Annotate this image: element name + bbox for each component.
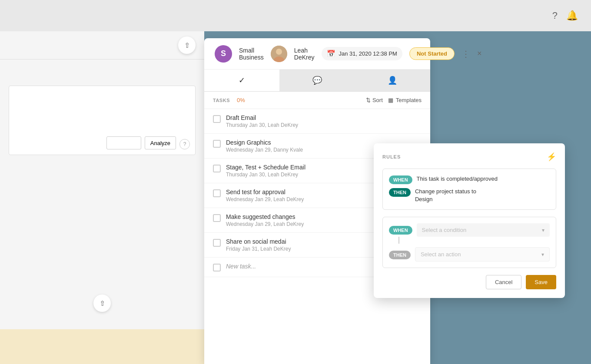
workspace-initial: S [221,49,226,58]
sort-label: Sort [372,97,383,103]
task-checkbox[interactable] [213,264,221,271]
avatar-image [271,46,287,62]
then-badge: THEN [389,188,411,197]
action-select[interactable]: Select an action ▾ [415,247,550,261]
question-icon[interactable]: ? [179,139,190,149]
rules-panel: RULES ⚡ WHEN This task is completed/appr… [374,143,565,298]
workspace-name: Small Business [239,47,264,61]
task-name: Draft Email [226,114,422,121]
user-name: Leah DeKrey [294,47,315,61]
calendar-icon: 📅 [327,50,335,58]
sort-icon: ⇅ [366,97,371,103]
date-text: Jan 31, 2020 12:38 PM [339,50,397,57]
sort-button[interactable]: ⇅ Sort [366,97,383,103]
form-actions: Cancel Save [382,275,556,289]
then-row: THEN Change project status to Design [389,188,550,203]
task-checkbox[interactable] [213,239,221,247]
user-avatar [271,46,287,62]
top-bar: ? 🔔 [0,0,591,31]
tab-members[interactable]: 👤 [355,69,430,91]
rules-header: RULES ⚡ [382,152,556,162]
status-badge[interactable]: Not Started [409,47,455,60]
yellow-strip [0,329,204,364]
rules-title: RULES [382,154,401,159]
help-icon[interactable]: ? [552,10,558,21]
existing-rule: WHEN This task is completed/approved THE… [382,169,556,210]
condition-select[interactable]: Select a condition ▾ [417,223,550,237]
collapse-button[interactable]: ⇧ [178,36,196,54]
panel-header: S Small Business Leah DeKrey 📅 Jan 31, 2… [204,38,430,69]
then-value-text: Design [415,195,476,203]
task-checkbox[interactable] [213,214,221,222]
when-badge-new: WHEN [389,226,412,235]
tab-tasks[interactable]: ✓ [204,69,279,91]
when-select-row: WHEN Select a condition ▾ [389,223,550,237]
svg-point-1 [276,49,282,55]
close-button[interactable]: × [477,49,482,58]
action-placeholder: Select an action [421,251,461,258]
task-info: Draft Email Thursday Jan 30, Leah DeKrey [226,114,422,128]
tasks-label: TASKS [213,98,230,103]
more-button[interactable]: ⋮ [462,49,470,59]
condition-chevron-icon: ▾ [542,227,545,233]
new-rule-form: WHEN Select a condition ▾ THEN Select an… [382,217,556,268]
templates-label: Templates [396,97,422,103]
tasks-toolbar: TASKS 0% ⇅ Sort ▦ Templates [204,92,430,109]
analyze-box: ? Analyze [9,86,196,155]
condition-placeholder: Select a condition [422,227,467,233]
then-action-text: Change project status to [415,188,476,195]
rule-connector [398,237,399,244]
task-checkbox[interactable] [213,165,221,172]
then-badge-gray: THEN [389,251,411,259]
action-chevron-icon: ▾ [541,251,544,258]
chevron-up-icon: ⇧ [184,41,190,50]
table-row: Draft Email Thursday Jan 30, Leah DeKrey [204,109,430,134]
check-icon: ✓ [239,76,245,85]
analyze-input[interactable] [106,136,141,149]
when-row: WHEN This task is completed/approved [389,175,550,184]
when-condition-text: This task is completed/approved [417,175,498,183]
templates-button[interactable]: ▦ Templates [388,97,422,103]
analyze-button[interactable]: Analyze [145,136,176,149]
task-meta: Thursday Jan 30, Leah DeKrey [226,122,422,128]
left-panel-header: ⇧ [0,31,204,60]
bottom-collapse-button[interactable]: ⇧ [93,295,111,312]
save-button[interactable]: Save [526,275,556,289]
grid-icon: ▦ [388,97,393,103]
progress-percent: 0% [237,97,245,103]
workspace-badge: S [215,45,232,63]
then-select-row: THEN Select an action ▾ [389,247,550,261]
tab-bar: ✓ 💬 👤 [204,69,430,92]
lightning-icon[interactable]: ⚡ [547,152,556,162]
bell-icon[interactable]: 🔔 [566,10,578,21]
task-checkbox[interactable] [213,189,221,197]
chevron-up-icon-bottom: ⇧ [100,299,105,308]
analyze-controls: Analyze [106,136,176,149]
then-text-block: Change project status to Design [415,188,476,203]
bottom-chevron-area: ⇧ [0,295,204,312]
task-checkbox[interactable] [213,140,221,148]
tab-comments[interactable]: 💬 [279,69,355,91]
task-checkbox[interactable] [213,115,221,123]
cancel-button[interactable]: Cancel [486,275,521,289]
date-section[interactable]: 📅 Jan 31, 2020 12:38 PM [322,47,402,60]
person-icon: 👤 [388,76,397,85]
left-content: ? Analyze [0,60,204,164]
left-panel: ⇧ ? Analyze ⇧ [0,31,204,364]
comment-icon: 💬 [312,76,322,85]
when-badge: WHEN [389,175,412,184]
